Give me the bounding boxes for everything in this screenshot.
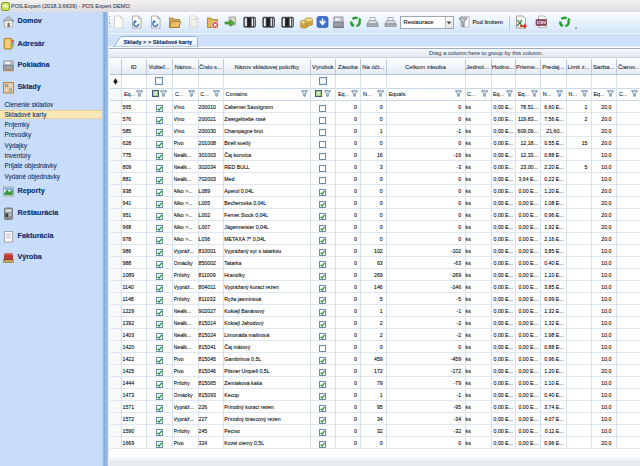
svg-text:CSV: CSV: [536, 20, 545, 25]
